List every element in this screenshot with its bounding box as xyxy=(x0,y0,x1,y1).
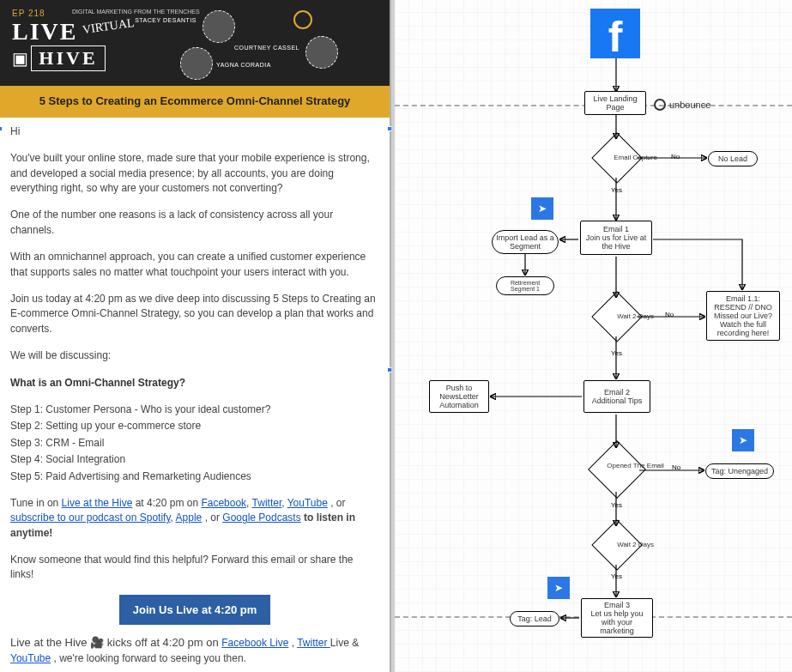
title-live: LIVE xyxy=(12,18,77,45)
email-preview: EP 218 DIGITAL MARKETING FROM THE TRENCH… xyxy=(0,0,391,672)
section-heading: What is an Omni-Channel Strategy? xyxy=(10,376,379,390)
selection-handle[interactable] xyxy=(0,126,3,131)
title-virtual: VIRTUAL xyxy=(82,16,136,37)
avatar-label: YAGNA CORADIA xyxy=(216,62,271,68)
youtube-live-link[interactable]: YouTube xyxy=(10,652,51,664)
title-hive: HIVE xyxy=(31,45,105,71)
steps-list: Step 1: Customer Persona - Who is your i… xyxy=(10,403,379,484)
spotify-link[interactable]: subscribe to our podcast on Spotify xyxy=(10,512,171,524)
apple-link[interactable]: Apple xyxy=(176,512,203,524)
google-podcasts-link[interactable]: Google Podcasts xyxy=(222,512,300,524)
clock-icon xyxy=(293,10,312,29)
avatar-label: STACEY DESANTIS xyxy=(135,17,196,23)
email-banner: 5 Steps to Creating an Ecommerce Omni-Ch… xyxy=(0,86,390,118)
flow-edges xyxy=(395,0,792,672)
flowchart-canvas[interactable]: f unbounce Live Landing Page Email Captu… xyxy=(391,0,792,672)
youtube-link[interactable]: YouTube xyxy=(287,497,328,509)
paragraph: You've built your online store, made sur… xyxy=(10,151,379,196)
tagline: DIGITAL MARKETING FROM THE TRENCHES xyxy=(72,9,200,15)
avatar xyxy=(203,10,235,43)
email-body: Hi You've built your online store, made … xyxy=(0,118,390,672)
twitter-live-link[interactable]: Twitter xyxy=(297,637,330,649)
step: Step 2: Setting up your e-commerce store xyxy=(10,419,379,433)
live-at-hive-link[interactable]: Live at the Hive xyxy=(62,497,133,509)
cta-button[interactable]: Join Us Live at 4:20 pm xyxy=(119,595,271,625)
facebook-live-link[interactable]: Facebook Live xyxy=(221,637,288,649)
discuss-label: We will be discussing: xyxy=(10,348,379,363)
tune-in-line: Tune in on Live at the Hive at 4:20 pm o… xyxy=(10,496,379,541)
greeting: Hi xyxy=(10,124,379,139)
step: Step 5: Paid Advertising and Remarketing… xyxy=(10,469,379,484)
avatar-label: COURTNEY CASSEL xyxy=(234,45,299,51)
avatar xyxy=(305,36,338,69)
email-hero: EP 218 DIGITAL MARKETING FROM THE TRENCH… xyxy=(0,0,390,86)
paragraph: Join us today at 4:20 pm as we dive deep… xyxy=(10,292,379,336)
avatar xyxy=(180,47,213,80)
paragraph: With an omnichannel approach, you can cr… xyxy=(10,250,379,280)
paragraph: One of the number one reasons is a lack … xyxy=(10,208,379,238)
footer-line: Live at the Hive 🎥 kicks off at 4:20 pm … xyxy=(10,635,379,666)
twitter-link[interactable]: Twitter xyxy=(252,497,282,509)
forward-line: Know someone that would find this helpfu… xyxy=(10,553,379,583)
step: Step 3: CRM - Email xyxy=(10,436,379,451)
facebook-link[interactable]: Facebook xyxy=(201,497,246,509)
step: Step 1: Customer Persona - Who is your i… xyxy=(10,403,379,417)
step: Step 4: Social Integration xyxy=(10,452,379,467)
